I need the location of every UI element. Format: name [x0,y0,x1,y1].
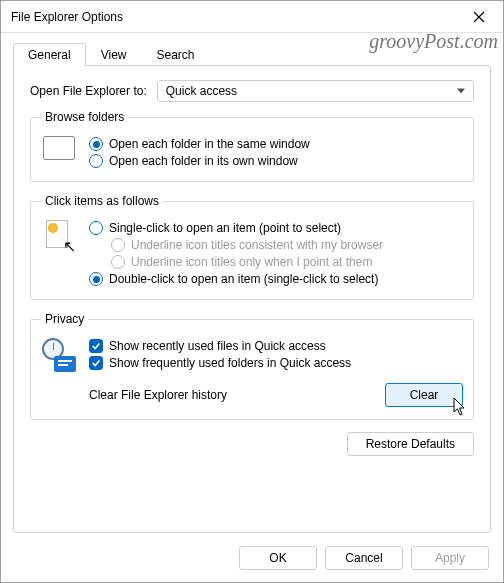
privacy-icon [41,336,77,373]
radio-single-click[interactable]: Single-click to open an item (point to s… [89,221,463,235]
radio-label: Double-click to open an item (single-cli… [109,272,378,286]
radio-icon [111,255,125,269]
titlebar: File Explorer Options [1,1,503,33]
close-button[interactable] [457,2,501,32]
click-items-group: Click items as follows ↖ Single-click to… [30,194,474,300]
open-explorer-select[interactable]: Quick access [157,80,474,102]
radio-icon [89,137,103,151]
clear-history-label: Clear File Explorer history [89,388,227,402]
tab-general[interactable]: General [13,43,86,66]
checkbox-label: Show frequently used folders in Quick ac… [109,356,351,370]
checkbox-recent-files[interactable]: Show recently used files in Quick access [89,339,463,353]
ok-button[interactable]: OK [239,546,317,570]
open-explorer-label: Open File Explorer to: [30,84,147,98]
document-click-icon: ↖ [41,218,77,289]
radio-icon [89,154,103,168]
radio-label: Open each folder in its own window [109,154,298,168]
radio-underline-point: Underline icon titles only when I point … [89,255,463,269]
radio-label: Single-click to open an item (point to s… [109,221,341,235]
radio-label: Underline icon titles only when I point … [131,255,372,269]
open-explorer-value: Quick access [166,84,237,98]
radio-double-click[interactable]: Double-click to open an item (single-cli… [89,272,463,286]
radio-label: Open each folder in the same window [109,137,310,151]
clear-button[interactable]: Clear [385,383,463,407]
radio-icon [89,221,103,235]
window-title: File Explorer Options [11,10,123,24]
radio-icon [89,272,103,286]
click-items-legend: Click items as follows [41,194,163,208]
radio-own-window[interactable]: Open each folder in its own window [89,154,463,168]
apply-button[interactable]: Apply [411,546,489,570]
radio-underline-browser: Underline icon titles consistent with my… [89,238,463,252]
browse-folders-group: Browse folders Open each folder in the s… [30,110,474,182]
radio-same-window[interactable]: Open each folder in the same window [89,137,463,151]
dialog-footer: OK Cancel Apply [1,534,503,582]
open-explorer-row: Open File Explorer to: Quick access [30,80,474,102]
checkbox-icon [89,356,103,370]
checkbox-icon [89,339,103,353]
tab-strip: General View Search [1,33,503,66]
restore-defaults-button[interactable]: Restore Defaults [347,432,474,456]
tab-search[interactable]: Search [142,43,210,66]
folder-icon [41,134,77,171]
browse-folders-legend: Browse folders [41,110,128,124]
radio-icon [111,238,125,252]
dialog-window: File Explorer Options groovyPost.com Gen… [0,0,504,583]
tab-view[interactable]: View [86,43,142,66]
tab-panel-general: Open File Explorer to: Quick access Brow… [13,65,491,533]
checkbox-freq-folders[interactable]: Show frequently used folders in Quick ac… [89,356,463,370]
privacy-group: Privacy Show recently used files in Quic… [30,312,474,420]
radio-label: Underline icon titles consistent with my… [131,238,383,252]
privacy-legend: Privacy [41,312,88,326]
checkbox-label: Show recently used files in Quick access [109,339,326,353]
cancel-button[interactable]: Cancel [325,546,403,570]
